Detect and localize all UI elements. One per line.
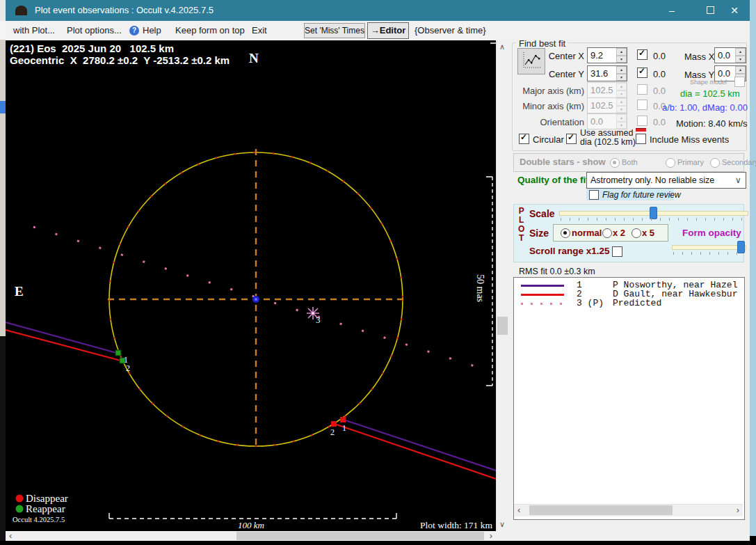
center-x-fit-checkbox[interactable]: ✓ bbox=[637, 49, 648, 60]
size-x5-radio[interactable] bbox=[632, 228, 641, 238]
minor-axis-input: 102.5 ▲▼ bbox=[587, 97, 627, 113]
mass-x-input[interactable]: 0.0 ▲▼ bbox=[714, 47, 746, 63]
center-y-err: 0.0 bbox=[653, 69, 666, 79]
close-icon: ✕ bbox=[730, 5, 739, 16]
checkmark-icon: ✓ bbox=[638, 48, 645, 58]
sliver-fragment bbox=[0, 21, 6, 40]
disappear-marker-2[interactable] bbox=[331, 421, 337, 427]
opacity-slider-ticks bbox=[673, 252, 743, 255]
plot-header-line2: Geocentric X 2780.2 ±0.2 Y -2513.2 ±0.2 … bbox=[10, 54, 230, 66]
disappear-marker-1[interactable] bbox=[340, 417, 346, 422]
scroll-right-icon[interactable]: › bbox=[490, 532, 492, 539]
find-best-fit-button[interactable] bbox=[517, 48, 545, 74]
sliver-fragment bbox=[0, 113, 6, 336]
title-bar[interactable]: Plot event observations : Occult v.4.202… bbox=[6, 0, 750, 21]
scroll-left-icon[interactable]: ‹ bbox=[9, 532, 12, 539]
center-y-input[interactable]: 31.6 ▲▼ bbox=[587, 65, 627, 81]
size-label: Size bbox=[529, 228, 549, 239]
observer-listbox[interactable]: 1 P Nosworthy, near Hazel 2 D Gault, nea… bbox=[513, 277, 745, 520]
scroll-range-checkbox[interactable] bbox=[612, 246, 622, 257]
quality-dropdown[interactable]: Astrometry only. No reliable size ∨ bbox=[586, 172, 746, 189]
plot-letters: PL OT bbox=[518, 207, 524, 243]
center-y-fit-checkbox[interactable]: ✓ bbox=[637, 68, 648, 78]
listbox-horizontal-scrollbar[interactable]: ‹ › bbox=[514, 504, 743, 516]
set-miss-times-button[interactable]: Set 'Miss' Times bbox=[304, 23, 365, 38]
shape-model-label: Shape model bbox=[690, 79, 727, 86]
spinner-down-icon[interactable]: ▼ bbox=[616, 74, 627, 81]
spinner-up-icon[interactable]: ▲ bbox=[616, 48, 627, 56]
major-axis-fit-checkbox bbox=[637, 84, 648, 95]
menu-keep-form-on-top[interactable]: Keep form on top bbox=[175, 21, 245, 40]
plot-canvas[interactable]: (221) Eos 2025 Jun 20 102.5 km Geocentri… bbox=[6, 40, 496, 531]
scroll-left-icon[interactable]: ‹ bbox=[517, 506, 520, 514]
minor-axis-label: Minor axis (km) bbox=[517, 101, 584, 111]
orientation-fit-checkbox bbox=[637, 116, 648, 126]
window-title: Plot event observations : Occult v.4.202… bbox=[35, 0, 214, 21]
checkmark-icon: ✓ bbox=[638, 66, 645, 76]
size-x2-radio[interactable] bbox=[602, 228, 612, 238]
menu-exit[interactable]: Exit bbox=[252, 21, 267, 40]
scroll-up-icon[interactable]: ∧ bbox=[499, 43, 505, 51]
horizontal-scroll-thumb[interactable] bbox=[236, 532, 484, 540]
spinner-down-icon[interactable]: ▼ bbox=[735, 56, 746, 63]
sliver-fragment bbox=[0, 336, 6, 541]
circular-label: Circular bbox=[533, 134, 564, 145]
double-stars-secondary-label: Secondary bbox=[722, 158, 756, 166]
center-dot-core bbox=[255, 298, 257, 301]
scroll-down-icon[interactable]: ∨ bbox=[499, 521, 505, 528]
menu-bar: with Plot... Plot options... ? Help Keep… bbox=[6, 21, 750, 41]
spinner-up-icon[interactable]: ▲ bbox=[616, 66, 627, 74]
center-y-label: Center Y bbox=[542, 69, 584, 79]
scale-slider-ticks bbox=[561, 218, 746, 221]
mas-scale-ticks bbox=[486, 43, 496, 386]
background-app-sliver bbox=[0, 0, 6, 545]
double-stars-group: Double stars - show Both Primary Seconda… bbox=[513, 153, 744, 172]
size-x5-label: x 5 bbox=[642, 228, 654, 238]
menu-plot-options[interactable]: Plot options... bbox=[67, 21, 122, 40]
mass-x-label: Mass X bbox=[684, 52, 714, 62]
double-stars-primary-radio bbox=[666, 158, 675, 168]
checkmark-icon: ✓ bbox=[520, 132, 527, 142]
use-assumed-dia-checkbox[interactable]: ✓ bbox=[566, 134, 577, 144]
minimize-icon: – bbox=[669, 5, 675, 16]
spinner-up-icon[interactable]: ▲ bbox=[735, 66, 746, 74]
center-x-label: Center X bbox=[542, 51, 584, 61]
flag-review-label: Flag for future review bbox=[602, 190, 681, 200]
flag-review-highlight: Flag for future review bbox=[586, 189, 674, 200]
close-button[interactable]: ✕ bbox=[719, 0, 750, 21]
km-scale-ticks bbox=[109, 513, 396, 519]
app-icon bbox=[15, 6, 27, 15]
include-miss-checkbox[interactable] bbox=[636, 134, 646, 144]
legend-disappear-dot bbox=[16, 495, 24, 503]
sliver-fragment bbox=[0, 40, 6, 101]
listbox-scroll-thumb[interactable] bbox=[529, 505, 673, 515]
sliver-fragment bbox=[0, 0, 6, 21]
circular-checkbox[interactable]: ✓ bbox=[519, 134, 529, 144]
menu-help[interactable]: Help bbox=[143, 21, 161, 40]
scroll-right-icon[interactable]: › bbox=[737, 506, 739, 514]
major-axis-label: Major axis (km) bbox=[517, 86, 584, 96]
spinner-up-icon[interactable]: ▲ bbox=[735, 48, 746, 56]
flag-review-checkbox[interactable] bbox=[589, 190, 599, 200]
spinner-down-icon[interactable]: ▼ bbox=[616, 56, 627, 63]
size-x2-label: x 2 bbox=[613, 228, 625, 238]
marker-label-red-1: 1 bbox=[342, 423, 346, 434]
plot-controls-box: PL OT Scale Size normal x 2 x 5 Form opa… bbox=[513, 204, 744, 262]
use-assumed-dia-label: Use assumeddia (102.5 km) bbox=[580, 129, 636, 147]
double-stars-primary-label: Primary bbox=[677, 158, 704, 166]
vertical-scroll-thumb[interactable] bbox=[497, 317, 508, 335]
major-axis-input: 102.5 ▲▼ bbox=[587, 82, 627, 98]
opacity-slider-track[interactable] bbox=[672, 245, 746, 250]
minimize-button[interactable]: – bbox=[657, 0, 687, 21]
size-normal-radio[interactable] bbox=[561, 228, 570, 238]
quality-label: Quality of the fit bbox=[517, 175, 589, 185]
editor-button[interactable]: →Editor bbox=[367, 22, 409, 39]
menu-with-plot[interactable]: with Plot... bbox=[13, 21, 55, 40]
center-x-err: 0.0 bbox=[653, 51, 666, 61]
plot-horizontal-scrollbar[interactable]: ‹ › bbox=[6, 531, 496, 541]
double-stars-both-label: Both bbox=[622, 158, 638, 166]
center-x-input[interactable]: 9.2 ▲▼ bbox=[587, 47, 627, 63]
reappear-marker-1[interactable] bbox=[115, 350, 121, 356]
plot-vertical-scrollbar[interactable]: ∧ ∨ bbox=[496, 40, 508, 531]
chord-1-swatch bbox=[521, 285, 564, 287]
